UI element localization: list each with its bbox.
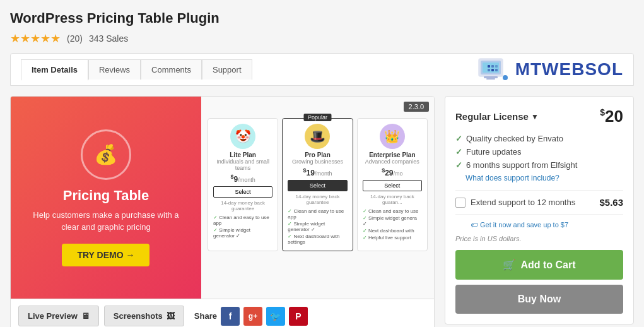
bottom-bar: Live Preview 🖥 Screenshots 🖼 Share f g+ … — [11, 299, 434, 327]
preview-subtitle: Help customers make a purchase with a cl… — [23, 209, 189, 234]
tab-item-details[interactable]: Item Details — [21, 59, 88, 81]
check-icon-3: ✓ — [455, 160, 462, 170]
preview-right: 2.3.0 🤡 Lite Plan Individuals and small … — [201, 97, 434, 299]
card-price-lite: $9/month — [213, 174, 272, 184]
feature-item-1: ✓ Quality checked by Envato — [455, 134, 623, 143]
svg-rect-7 — [495, 65, 498, 68]
preview-section: 💰 Pricing Table Help customers make a pu… — [10, 96, 435, 327]
tab-reviews[interactable]: Reviews — [88, 59, 141, 80]
svg-rect-9 — [491, 69, 494, 71]
feature-text-3: 6 months support from Elfsight — [466, 160, 577, 170]
card-feature-pro-3: Next dashboard with settings — [288, 233, 347, 246]
sidebar: Regular License ▼ $20 ✓ Quality checked … — [445, 96, 634, 327]
preview-wp-icon: 💰 — [94, 143, 117, 165]
popular-badge: Popular — [304, 114, 331, 121]
tag-icon: 🏷 — [471, 221, 477, 229]
card-guarantee-lite: 14-day money back guarantee — [213, 200, 272, 211]
card-avatar-enterprise: 👑 — [380, 124, 405, 149]
preview-inner: 💰 Pricing Table Help customers make a pu… — [11, 97, 434, 299]
license-row: Regular License ▼ $20 — [455, 107, 623, 126]
tabs: Item Details Reviews Comments Support — [21, 59, 252, 80]
tab-comments[interactable]: Comments — [141, 59, 202, 80]
live-preview-label: Live Preview — [28, 311, 78, 321]
monitor-icon: 🖥 — [81, 311, 90, 321]
add-to-cart-button[interactable]: 🛒 Add to Cart — [455, 250, 623, 280]
svg-rect-8 — [488, 69, 490, 71]
extend-support-row: Extend support to 12 months $5.63 — [455, 190, 623, 215]
social-share: Share f g+ 🐦 P — [194, 307, 308, 326]
chevron-down-icon[interactable]: ▼ — [531, 112, 539, 121]
preview-title: Pricing Table — [63, 187, 149, 204]
sidebar-box: Regular License ▼ $20 ✓ Quality checked … — [445, 96, 634, 324]
card-feature-ent-3: Next dashboard with — [363, 227, 422, 234]
buy-now-button[interactable]: Buy Now — [455, 285, 623, 314]
version-badge: 2.3.0 — [404, 102, 429, 112]
feature-list: ✓ Quality checked by Envato ✓ Future upd… — [455, 134, 623, 182]
card-guarantee-pro: 14-day money back guarantee — [288, 194, 347, 205]
extend-label: Extend support to 12 months — [471, 198, 575, 207]
brand-name: MTWEBSOL — [515, 59, 623, 80]
card-feature-pro-2: Simple widget generator ✓ — [288, 220, 347, 233]
page-title: WordPress Pricing Table Plugin — [10, 10, 634, 27]
image-icon: 🖼 — [167, 311, 175, 321]
card-plan-pro: Pro Plan — [288, 152, 347, 158]
card-feature-pro-1: Clean and easy to use app — [288, 208, 347, 220]
card-avatar-pro: 🎩 — [305, 124, 330, 149]
license-label: Regular License ▼ — [455, 111, 539, 122]
extend-price: $5.63 — [599, 197, 623, 208]
card-sub-lite: Individuals and small teams — [213, 158, 272, 171]
card-feature-lite-2: Simple widget generator ✓ — [213, 227, 272, 239]
brand-icon-svg — [477, 54, 509, 85]
feature-text-1: Quality checked by Envato — [466, 134, 563, 143]
card-feature-lite-1: Clean and easy to use app — [213, 214, 272, 227]
screenshots-button[interactable]: Screenshots 🖼 — [104, 306, 184, 326]
card-plan-enterprise: Enterprise Plan — [363, 152, 422, 158]
card-price-pro: $19/month — [288, 167, 347, 177]
feature-text-2: Future updates — [466, 147, 521, 157]
support-link[interactable]: What does support include? — [465, 174, 623, 182]
license-price: $20 — [600, 107, 623, 126]
card-select-lite[interactable]: Select — [213, 186, 272, 198]
card-guarantee-enterprise: 14-day money back guaran... — [363, 194, 422, 205]
check-icon-1: ✓ — [455, 134, 462, 143]
svg-rect-10 — [495, 69, 498, 71]
extend-sub: 🏷 Get it now and save up to $7 — [471, 221, 623, 229]
check-icon-2: ✓ — [455, 147, 462, 157]
gplus-share-button[interactable]: g+ — [243, 307, 262, 326]
card-select-enterprise[interactable]: Select — [363, 180, 422, 191]
tab-support[interactable]: Support — [202, 59, 252, 80]
pricing-card-lite: 🤡 Lite Plan Individuals and small teams … — [208, 118, 278, 251]
pricing-card-pro: Popular 🎩 Pro Plan Growing businesses $1… — [282, 118, 353, 251]
cart-icon: 🛒 — [503, 259, 515, 271]
card-sub-pro: Growing businesses — [288, 158, 347, 165]
extend-checkbox[interactable] — [455, 198, 465, 208]
svg-rect-4 — [486, 78, 495, 80]
star-rating: ★★★★★ — [10, 32, 61, 45]
svg-rect-5 — [488, 65, 490, 68]
card-select-pro[interactable]: Select — [288, 180, 347, 191]
card-sub-enterprise: Advanced companies — [363, 158, 422, 165]
feature-item-2: ✓ Future updates — [455, 147, 623, 157]
feature-item-3: ✓ 6 months support from Elfsight — [455, 160, 623, 170]
try-demo-button[interactable]: TRY DEMO → — [62, 244, 149, 266]
pinterest-share-button[interactable]: P — [289, 307, 308, 326]
pricing-cards: 🤡 Lite Plan Individuals and small teams … — [208, 118, 428, 251]
twitter-share-button[interactable]: 🐦 — [266, 307, 285, 326]
share-label: Share — [194, 311, 217, 321]
extend-left: Extend support to 12 months — [455, 198, 575, 208]
card-plan-lite: Lite Plan — [213, 152, 272, 158]
buy-now-label: Buy Now — [518, 294, 561, 305]
live-preview-button[interactable]: Live Preview 🖥 — [18, 306, 99, 326]
svg-rect-6 — [491, 65, 494, 68]
rating-row: ★★★★★ (20) 343 Sales — [10, 32, 634, 45]
facebook-share-button[interactable]: f — [221, 307, 240, 326]
preview-left: 💰 Pricing Table Help customers make a pu… — [11, 97, 201, 299]
card-price-enterprise: $29/mo — [363, 167, 422, 177]
rating-count: (20) — [67, 33, 83, 44]
price-note: Price is in US dollars. — [455, 235, 623, 242]
svg-rect-3 — [484, 76, 498, 78]
card-feature-ent-4: Helpful live support — [363, 234, 422, 241]
brand-logo: MTWEBSOL — [477, 54, 623, 85]
preview-circle-icon: 💰 — [81, 129, 131, 180]
screenshots-label: Screenshots — [114, 311, 163, 321]
